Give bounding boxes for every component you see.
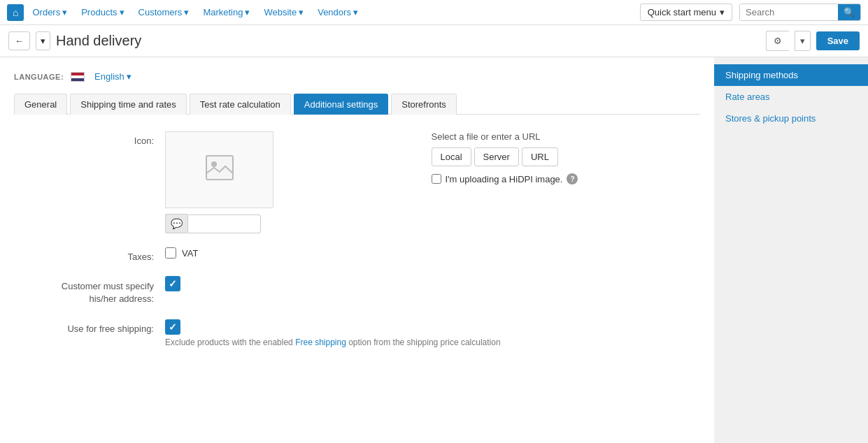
website-dropdown-icon: ▾ [299, 7, 304, 17]
sidebar-item-rate-areas[interactable]: Rate areas [714, 86, 868, 108]
tab-shipping[interactable]: Shipping time and rates [70, 94, 187, 115]
customer-address-control: ✓ [165, 276, 686, 291]
hidpi-row: I'm uploading a HiDPI image. ? [432, 173, 687, 184]
marketing-dropdown-icon: ▾ [245, 7, 250, 17]
icon-text-input[interactable] [187, 215, 261, 233]
nav-vendors[interactable]: Vendors ▾ [312, 0, 364, 25]
server-button[interactable]: Server [474, 147, 519, 166]
rate-areas-link[interactable]: Rate areas [725, 92, 770, 102]
nav-products[interactable]: Products ▾ [76, 0, 129, 25]
language-select[interactable]: English ▾ [94, 71, 131, 82]
free-shipping-control: ✓ Exclude products with the enabled Free… [165, 319, 686, 347]
icon-text-row: 💬 [165, 214, 420, 233]
customers-dropdown-icon: ▾ [184, 7, 189, 17]
language-label: LANGUAGE: [14, 73, 64, 81]
free-shipping-checkmark-icon: ✓ [169, 321, 177, 333]
vendors-dropdown-icon: ▾ [353, 7, 358, 17]
tab-test-rate[interactable]: Test rate calculation [190, 94, 291, 115]
stores-pickup-link[interactable]: Stores & pickup points [725, 113, 816, 124]
image-placeholder-icon [206, 155, 234, 185]
home-button[interactable]: ⌂ [7, 4, 24, 21]
customer-address-row: Customer must specifyhis/her address: ✓ [28, 276, 686, 305]
form-section: Icon: 💬 [14, 131, 700, 347]
tab-storefronts[interactable]: Storefronts [391, 94, 457, 115]
icon-label: Icon: [28, 131, 154, 146]
svg-rect-0 [206, 156, 233, 180]
save-button[interactable]: Save [816, 31, 860, 50]
back-button[interactable]: ← [8, 31, 30, 50]
toolbar: ← ▾ Hand delivery ⚙ ▾ Save [0, 25, 868, 57]
icon-control: 💬 [165, 131, 420, 233]
icon-row: Icon: 💬 [28, 131, 686, 233]
nav-orders[interactable]: Orders ▾ [27, 0, 73, 25]
search-box: 🔍 [739, 3, 861, 21]
products-dropdown-icon: ▾ [120, 7, 124, 17]
url-button[interactable]: URL [522, 147, 558, 166]
taxes-label: Taxes: [28, 247, 154, 262]
quick-start-button[interactable]: Quick start menu ▾ [640, 3, 732, 21]
content-area: LANGUAGE: English ▾ General Shipping tim… [0, 57, 714, 443]
file-btn-group: Local Server URL [432, 147, 687, 166]
tabs: General Shipping time and rates Test rat… [14, 93, 700, 115]
icon-preview [165, 131, 273, 208]
back-dropdown-button[interactable]: ▾ [36, 31, 50, 50]
sidebar-item-shipping-methods[interactable]: Shipping methods [714, 64, 868, 86]
page-title: Hand delivery [56, 33, 760, 49]
free-shipping-label: Use for free shipping: [28, 319, 154, 334]
checkmark-icon: ✓ [169, 278, 177, 289]
hidpi-checkbox[interactable] [432, 174, 441, 184]
file-select-label: Select a file or enter a URL [432, 131, 687, 142]
vat-checkbox[interactable] [165, 247, 176, 259]
search-button[interactable]: 🔍 [838, 4, 860, 20]
tab-additional[interactable]: Additional settings [294, 94, 389, 115]
free-shipping-link[interactable]: Free shipping [295, 337, 346, 347]
taxes-checkbox-row: VAT [165, 247, 686, 259]
hidpi-label: I'm uploading a HiDPI image. [446, 174, 563, 184]
svg-point-1 [211, 161, 217, 167]
file-select-area: Select a file or enter a URL Local Serve… [432, 131, 687, 184]
language-dropdown-icon: ▾ [127, 71, 131, 82]
nav-website[interactable]: Website ▾ [258, 0, 309, 25]
free-shipping-row: Use for free shipping: ✓ Exclude product… [28, 319, 686, 347]
main-layout: LANGUAGE: English ▾ General Shipping tim… [0, 57, 868, 443]
nav-customers[interactable]: Customers ▾ [133, 0, 195, 25]
local-button[interactable]: Local [432, 147, 471, 166]
comment-icon: 💬 [165, 214, 187, 233]
taxes-control: VAT [165, 247, 686, 259]
gear-dropdown-button[interactable]: ▾ [795, 31, 811, 51]
quick-start-dropdown-icon: ▾ [720, 7, 725, 17]
taxes-row: Taxes: VAT [28, 247, 686, 262]
language-row: LANGUAGE: English ▾ [14, 71, 700, 82]
orders-dropdown-icon: ▾ [62, 7, 67, 17]
tab-general[interactable]: General [14, 94, 67, 115]
help-icon[interactable]: ? [567, 173, 578, 184]
top-navigation: ⌂ Orders ▾ Products ▾ Customers ▾ Market… [0, 0, 868, 25]
nav-marketing[interactable]: Marketing ▾ [197, 0, 255, 25]
language-flag [71, 72, 85, 82]
sidebar-item-stores-pickup[interactable]: Stores & pickup points [714, 108, 868, 129]
sidebar: Shipping methods Rate areas Stores & pic… [714, 57, 868, 443]
free-shipping-checkbox[interactable]: ✓ [165, 319, 180, 335]
customer-address-checkbox[interactable]: ✓ [165, 276, 180, 291]
search-input[interactable] [740, 4, 838, 20]
gear-button[interactable]: ⚙ [766, 31, 789, 51]
customer-address-label: Customer must specifyhis/her address: [28, 276, 154, 305]
vat-label: VAT [182, 248, 198, 259]
free-shipping-note: Exclude products with the enabled Free s… [165, 337, 686, 347]
